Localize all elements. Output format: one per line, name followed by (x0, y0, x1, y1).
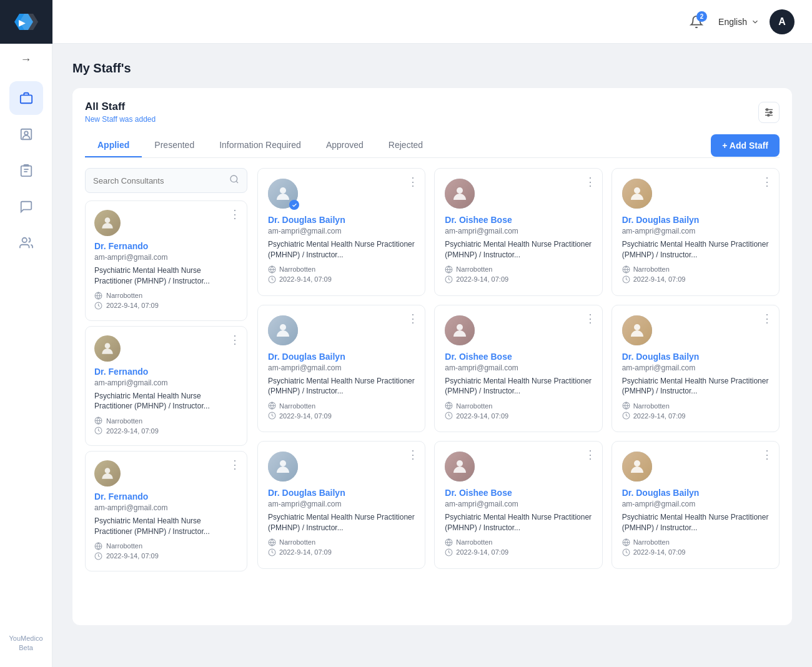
staff-date: 2022-9-14, 07:09 (268, 275, 415, 284)
staff-email: am-ampri@gmail.com (445, 363, 592, 372)
table-row[interactable]: ⋮ Dr. Douglas Bailyn am-ampri@gmail.com … (611, 168, 780, 296)
more-options-button[interactable]: ⋮ (761, 312, 773, 325)
svg-point-39 (634, 187, 640, 194)
tab-applied[interactable]: Applied (85, 134, 142, 157)
list-item[interactable]: ⋮ Dr. Fernando am-ampri@gmail.com Psychi… (85, 326, 247, 447)
table-row[interactable]: ⋮ Dr. Oishee Bose am-ampri@gmail.com Psy… (434, 441, 602, 569)
sidebar-item-reports[interactable] (9, 154, 43, 187)
svg-point-14 (770, 111, 772, 113)
search-input[interactable] (93, 176, 224, 185)
list-item[interactable]: ⋮ Dr. Fernando am-ampri@gmail.com Psychi… (85, 451, 247, 571)
sidebar-item-profile[interactable] (9, 117, 43, 151)
user-avatar-button[interactable]: A (770, 9, 795, 34)
add-staff-button[interactable]: + Add Staff (711, 134, 780, 157)
staff-role: Psychiatric Mental Health Nurse Practiti… (622, 239, 769, 260)
more-options-button[interactable]: ⋮ (585, 175, 596, 189)
table-row[interactable]: ⋮ Dr. Oishee Bose am-ampri@gmail.com Psy… (434, 305, 602, 433)
staff-role: Psychiatric Mental Health Nurse Practiti… (268, 512, 415, 533)
sidebar-item-staff[interactable] (9, 81, 43, 115)
globe-icon (94, 542, 102, 550)
svg-point-10 (22, 238, 26, 242)
table-row[interactable]: ⋮ Dr. Oishee Bose am-ampri@gmail.com Psy… (434, 168, 602, 296)
consultant-role: Psychiatric Mental Health Nurse Practiti… (94, 391, 238, 412)
filter-button[interactable] (758, 102, 780, 123)
staff-role: Psychiatric Mental Health Nurse Practiti… (445, 239, 592, 260)
consultant-email: am-ampri@gmail.com (94, 503, 238, 512)
briefcase-icon (19, 91, 33, 105)
globe-icon (622, 402, 630, 410)
avatar (445, 315, 475, 345)
svg-point-27 (105, 468, 111, 474)
tab-approved[interactable]: Approved (314, 134, 376, 157)
sidebar-item-messages[interactable] (9, 190, 43, 224)
avatar (94, 210, 121, 236)
clock-icon (94, 552, 102, 560)
tab-rejected[interactable]: Rejected (376, 134, 435, 157)
clock-icon (445, 412, 453, 420)
staff-location: Narrobotten (268, 402, 415, 410)
new-staff-notice: New Staff was added (85, 115, 156, 124)
notification-button[interactable]: 2 (685, 10, 708, 34)
more-options-button[interactable]: ⋮ (761, 448, 773, 462)
table-row[interactable]: ⋮ Dr. Douglas Bailyn am-ampri@gmail.com … (611, 305, 780, 433)
avatar (622, 179, 652, 209)
more-options-button[interactable]: ⋮ (407, 175, 418, 189)
main-area: 2 English A My Staff's All Staff New Sta… (52, 0, 812, 667)
globe-icon (94, 292, 102, 300)
staff-location: Narrobotten (622, 402, 769, 410)
staff-name: Dr. Oishee Bose (445, 215, 592, 225)
staff-name: Dr. Douglas Bailyn (622, 488, 769, 498)
staff-header-left: All Staff New Staff was added (85, 101, 156, 124)
table-row[interactable]: ⋮ Dr. Douglas Bailyn am-ampri@gmail.com … (611, 441, 780, 569)
svg-point-6 (24, 131, 28, 135)
consultant-email: am-ampri@gmail.com (94, 253, 238, 262)
more-options-button[interactable]: ⋮ (229, 207, 240, 221)
table-row[interactable]: ⋮ Dr. Douglas Bailyn am-ampri@gmail.com … (257, 441, 425, 569)
staff-date: 2022-9-14, 07:09 (622, 412, 769, 420)
more-options-button[interactable]: ⋮ (761, 175, 773, 189)
staff-location: Narrobotten (622, 265, 769, 274)
staff-name: Dr. Douglas Bailyn (622, 215, 769, 225)
more-options-button[interactable]: ⋮ (585, 448, 596, 462)
svg-point-63 (634, 460, 640, 467)
sidebar-toggle-button[interactable]: → (0, 44, 52, 75)
table-row[interactable]: ⋮ Dr. Douglas Bailyn am-ampri@gmail.com … (257, 168, 425, 296)
consultant-name: Dr. Fernando (94, 367, 238, 377)
sidebar-item-team[interactable] (9, 226, 43, 260)
person-avatar-icon (99, 465, 116, 482)
tab-presented[interactable]: Presented (142, 134, 207, 157)
more-options-button[interactable]: ⋮ (229, 458, 240, 472)
person-avatar-icon (450, 457, 469, 476)
notification-badge: 2 (696, 11, 707, 22)
check-icon (292, 202, 297, 208)
svg-line-18 (236, 181, 238, 183)
svg-point-23 (105, 343, 111, 348)
more-options-button[interactable]: ⋮ (407, 448, 418, 462)
avatar (445, 179, 475, 209)
person-avatar-icon (274, 184, 292, 203)
avatar (94, 335, 121, 362)
staff-role: Psychiatric Mental Health Nurse Practiti… (445, 512, 592, 533)
table-row[interactable]: ⋮ Dr. Douglas Bailyn am-ampri@gmail.com … (257, 305, 425, 433)
consultants-sidebar: ⋮ Dr. Fernando am-ampri@gmail.com Psychi… (85, 168, 247, 613)
consultant-name: Dr. Fernando (94, 241, 238, 251)
more-options-button[interactable]: ⋮ (229, 333, 240, 347)
staff-name: Dr. Douglas Bailyn (268, 352, 415, 362)
svg-point-17 (230, 175, 237, 182)
consultant-location: Narrobotten (94, 417, 238, 425)
clock-icon (268, 548, 276, 556)
staff-panel-header: All Staff New Staff was added (85, 101, 780, 124)
tab-information-required[interactable]: Information Required (207, 134, 314, 157)
staff-date: 2022-9-14, 07:09 (445, 412, 592, 420)
globe-icon (268, 265, 276, 274)
consultant-date: 2022-9-14, 07:09 (94, 552, 238, 560)
list-item[interactable]: ⋮ Dr. Fernando am-ampri@gmail.com Psychi… (85, 200, 247, 321)
clock-icon (622, 412, 630, 420)
more-options-button[interactable]: ⋮ (585, 312, 596, 325)
more-options-button[interactable]: ⋮ (407, 312, 418, 325)
staff-date: 2022-9-14, 07:09 (622, 275, 769, 284)
person-icon (19, 127, 33, 141)
language-selector[interactable]: English (718, 17, 760, 27)
consultant-date: 2022-9-14, 07:09 (94, 302, 238, 310)
staff-email: am-ampri@gmail.com (268, 227, 415, 235)
